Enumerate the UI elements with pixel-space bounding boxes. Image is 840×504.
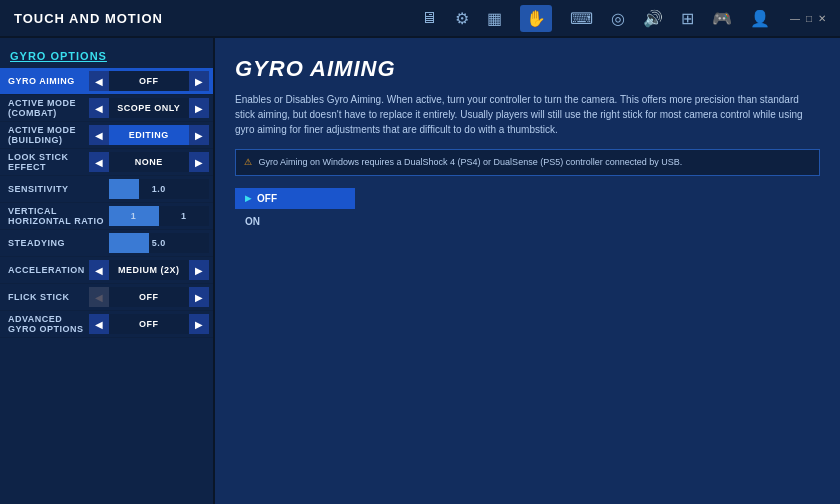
gyro-aiming-value: OFF bbox=[109, 71, 190, 91]
active-mode-combat-label: ACTIVE MODE (COMBAT) bbox=[4, 98, 89, 118]
vertical-horizontal-ratio-row[interactable]: VERTICAL HORIZONTAL RATIO 1 1 bbox=[0, 203, 213, 230]
steadying-value: 5.0 bbox=[109, 238, 210, 248]
look-stick-effect-left-arrow[interactable]: ◀ bbox=[89, 152, 109, 172]
sensitivity-slider[interactable]: 1.0 bbox=[109, 179, 210, 199]
active-mode-building-left-arrow[interactable]: ◀ bbox=[89, 125, 109, 145]
acceleration-right-arrow[interactable]: ▶ bbox=[189, 260, 209, 280]
warning-icon: ⚠ bbox=[244, 157, 252, 167]
sensitivity-row[interactable]: SENSITIVITY 1.0 bbox=[0, 176, 213, 203]
steadying-slider[interactable]: 5.0 bbox=[109, 233, 210, 253]
steadying-label: STEADYING bbox=[4, 238, 109, 248]
maximize-button[interactable]: □ bbox=[806, 13, 812, 24]
advanced-gyro-options-left-arrow[interactable]: ◀ bbox=[89, 314, 109, 334]
top-bar: TOUCH AND MOTION 🖥 ⚙ ▦ ✋ ⌨ ◎ 🔊 ⊞ 🎮 👤 — □… bbox=[0, 0, 840, 38]
vertical-horizontal-ratio-value[interactable]: 1 1 bbox=[109, 206, 210, 226]
look-stick-effect-row[interactable]: LOOK STICK EFFECT ◀ NONE ▶ bbox=[0, 149, 213, 176]
gyro-aiming-row[interactable]: GYRO AIMING ◀ OFF ▶ bbox=[0, 68, 213, 95]
look-stick-effect-right-arrow[interactable]: ▶ bbox=[189, 152, 209, 172]
help-description: Enables or Disables Gyro Aiming. When ac… bbox=[235, 92, 820, 137]
section-title: GYRO OPTIONS bbox=[0, 46, 213, 68]
acceleration-left-arrow[interactable]: ◀ bbox=[89, 260, 109, 280]
acceleration-value: MEDIUM (2X) bbox=[109, 260, 190, 280]
app-title: TOUCH AND MOTION bbox=[14, 11, 421, 26]
ratio-right-value: 1 bbox=[159, 206, 209, 226]
active-mode-building-row[interactable]: ACTIVE MODE (BUILDING) ◀ EDITING ▶ bbox=[0, 122, 213, 149]
nav-icons: 🖥 ⚙ ▦ ✋ ⌨ ◎ 🔊 ⊞ 🎮 👤 bbox=[421, 5, 770, 32]
acceleration-label: ACCELERATION bbox=[4, 265, 89, 275]
dropdown-on-option[interactable]: ON bbox=[235, 211, 355, 232]
close-button[interactable]: ✕ bbox=[818, 13, 826, 24]
dropdown-on-label: ON bbox=[245, 216, 260, 227]
user-icon[interactable]: 👤 bbox=[750, 9, 770, 28]
acceleration-row[interactable]: ACCELERATION ◀ MEDIUM (2X) ▶ bbox=[0, 257, 213, 284]
gear-icon[interactable]: ⚙ bbox=[455, 9, 469, 28]
advanced-gyro-options-label: ADVANCED GYRO OPTIONS bbox=[4, 314, 89, 334]
active-mode-combat-row[interactable]: ACTIVE MODE (COMBAT) ◀ SCOPE ONLY ▶ bbox=[0, 95, 213, 122]
active-mode-combat-value: SCOPE ONLY bbox=[109, 98, 190, 118]
vertical-horizontal-ratio-label: VERTICAL HORIZONTAL RATIO bbox=[4, 206, 109, 226]
right-panel: GYRO AIMING Enables or Disables Gyro Aim… bbox=[215, 38, 840, 504]
steadying-row[interactable]: STEADYING 5.0 bbox=[0, 230, 213, 257]
gyro-aiming-label: GYRO AIMING bbox=[4, 76, 89, 86]
flick-stick-row[interactable]: FLICK STICK ◀ OFF ▶ bbox=[0, 284, 213, 311]
window-controls: — □ ✕ bbox=[790, 13, 826, 24]
monitor-icon[interactable]: 🖥 bbox=[421, 9, 437, 27]
dropdown-arrow-icon: ▶ bbox=[245, 194, 251, 203]
gyro-aiming-left-arrow[interactable]: ◀ bbox=[89, 71, 109, 91]
active-mode-combat-left-arrow[interactable]: ◀ bbox=[89, 98, 109, 118]
gamepad-left-icon[interactable]: ◎ bbox=[611, 9, 625, 28]
network-icon[interactable]: ⊞ bbox=[681, 9, 694, 28]
warning-text: Gyro Aiming on Windows requires a DualSh… bbox=[259, 157, 683, 167]
advanced-gyro-options-row[interactable]: ADVANCED GYRO OPTIONS ◀ OFF ▶ bbox=[0, 311, 213, 338]
gyro-aiming-right-arrow[interactable]: ▶ bbox=[189, 71, 209, 91]
warning-box: ⚠ Gyro Aiming on Windows requires a Dual… bbox=[235, 149, 820, 176]
flick-stick-value: OFF bbox=[109, 287, 190, 307]
look-stick-effect-label: LOOK STICK EFFECT bbox=[4, 152, 89, 172]
flick-stick-left-arrow[interactable]: ◀ bbox=[89, 287, 109, 307]
sensitivity-label: SENSITIVITY bbox=[4, 184, 109, 194]
sensitivity-value: 1.0 bbox=[109, 184, 210, 194]
active-mode-building-value: EDITING bbox=[109, 125, 190, 145]
flick-stick-label: FLICK STICK bbox=[4, 292, 89, 302]
touch-icon[interactable]: ✋ bbox=[520, 5, 552, 32]
active-mode-combat-right-arrow[interactable]: ▶ bbox=[189, 98, 209, 118]
dropdown-off-option[interactable]: ▶ OFF bbox=[235, 188, 355, 209]
minimize-button[interactable]: — bbox=[790, 13, 800, 24]
gyro-dropdown: ▶ OFF ON bbox=[235, 188, 820, 232]
main-layout: GYRO OPTIONS GYRO AIMING ◀ OFF ▶ ACTIVE … bbox=[0, 38, 840, 504]
keyboard-icon[interactable]: ⌨ bbox=[570, 9, 593, 28]
display-icon[interactable]: ▦ bbox=[487, 9, 502, 28]
left-panel: GYRO OPTIONS GYRO AIMING ◀ OFF ▶ ACTIVE … bbox=[0, 38, 215, 504]
help-title: GYRO AIMING bbox=[235, 56, 820, 82]
flick-stick-right-arrow[interactable]: ▶ bbox=[189, 287, 209, 307]
volume-icon[interactable]: 🔊 bbox=[643, 9, 663, 28]
ratio-left-value: 1 bbox=[109, 206, 159, 226]
advanced-gyro-options-right-arrow[interactable]: ▶ bbox=[189, 314, 209, 334]
controller-icon[interactable]: 🎮 bbox=[712, 9, 732, 28]
dropdown-off-label: OFF bbox=[257, 193, 277, 204]
advanced-gyro-options-value: OFF bbox=[109, 314, 190, 334]
active-mode-building-right-arrow[interactable]: ▶ bbox=[189, 125, 209, 145]
active-mode-building-label: ACTIVE MODE (BUILDING) bbox=[4, 125, 89, 145]
look-stick-effect-value: NONE bbox=[109, 152, 190, 172]
